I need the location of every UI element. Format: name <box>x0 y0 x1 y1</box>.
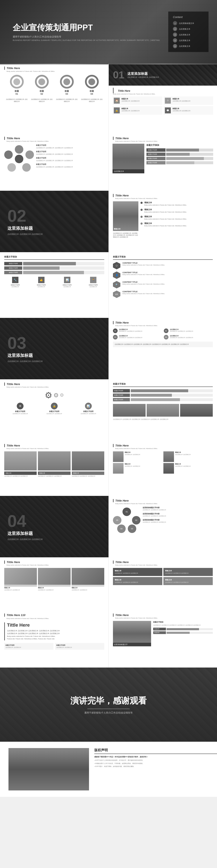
circle-flow: 01 02 03 04 05 <box>113 506 141 534</box>
slide-tittle-110: Tittle Here 110 Body works selected in F… <box>0 610 108 668</box>
circle-1: 标题 01 <box>10 75 24 95</box>
nav-item-1: 1 点此替换标题文本 <box>173 21 204 25</box>
row-7: Tittle Here Body works selected in Futur… <box>0 379 217 441</box>
slide6-image-label: 替换文本 <box>114 228 121 230</box>
slide5-header: Tittle Here <box>113 137 213 140</box>
slide8-header: 标题文字添加 <box>113 255 213 260</box>
slide-5: Tittle Here Body works selected in Futur… <box>108 133 217 191</box>
circle-texts: 点此替换文本 点此替换文本 点此替换文本 点此替换文本 点此替换文本 点此替换文… <box>4 98 104 102</box>
slide1-nav: Content 1 点此替换标题文本 2 点此替换文本 3 点此替换文本 4 点… <box>168 12 209 52</box>
nav-item-3: 3 点此替换文本 <box>173 33 204 37</box>
flower-diagram <box>4 144 34 174</box>
copyright-slide: 版权声明 感谢您下载安图PPT作品！本作品由安图PPT原创设计制作，版权所有！ … <box>0 742 217 797</box>
circle-4: 标题 04 <box>85 75 99 95</box>
slide-14: Tittle Here Body works selected in Futur… <box>108 496 217 557</box>
slide3-header: Tittle Here <box>113 88 213 93</box>
slide-10: Tittle Here Body works selected in Futur… <box>0 379 108 441</box>
circle-2: 标题 02 <box>35 75 49 95</box>
slide-2: Tittle Here Body works selected in Futur… <box>0 64 108 133</box>
tittle-here-110-header: Tittle Here 110 <box>4 614 104 617</box>
final-slide: 演讲完毕，感谢观看 通用于述职报告|个人简介|工作总结|会议报告等 <box>0 668 217 742</box>
copyright-item-1: • 本PPT仅供个人和非商业目的使用，文中的文字、图片版权归原作者所有。 <box>94 759 217 762</box>
city-photo: 这里添加标题文字 <box>113 621 151 646</box>
img-b <box>38 452 70 470</box>
slide-11: 标题文字添加 标题文字说明 标题文字说明 标题文字说明 点此替换文本 点此替换文… <box>108 379 217 441</box>
nav-title: Content <box>173 16 204 19</box>
section-02-num: 02 <box>7 208 101 224</box>
img-thumb-1 <box>113 404 146 416</box>
nav-item-4: 4 点此替换文本 <box>173 38 204 42</box>
slide14-header: Tittle Here <box>113 499 213 502</box>
slide6-image: 替换文本 <box>113 201 138 231</box>
dark-slide-03: 03 这里添加标题 点此替换文本 点此替换文本 点此替换文本 <box>0 318 108 379</box>
img-a <box>4 452 37 470</box>
slide-6: Tittle Here Body works selected in Futur… <box>108 191 217 252</box>
row-3: Tittle Here Body works selected in Futur… <box>0 133 217 191</box>
copyright-item-3: • 本PPT图片，来源于网络，如有版权问题，请联系我们删除。 <box>94 766 217 768</box>
row-tittle-110: Tittle Here 110 Body works selected in F… <box>0 610 217 668</box>
slide-13: Tittle Here Body works selected in Futur… <box>108 441 217 496</box>
slide6-header: Tittle Here <box>113 194 213 197</box>
slide2-body: Body works selected in Futura std. Futur… <box>4 70 104 72</box>
slide-9: Tittle Here Body works selected in Futur… <box>108 318 217 379</box>
section-04-sub: 点此替换文本 点此替换文本 点此替换文本 <box>7 538 101 541</box>
nav-num-1: 1 <box>173 21 177 25</box>
copyright-body: 感谢您下载安图PPT作品！本作品由安图PPT原创设计制作，版权所有！ <box>94 756 217 758</box>
slide-110-right-header: Tittle Here <box>113 614 213 617</box>
row-6: 03 这里添加标题 点此替换文本 点此替换文本 点此替换文本 Tittle He… <box>0 318 217 379</box>
slide3-title: 这里添加标题 <box>127 72 159 76</box>
slide-15: Tittle Here Body works selected in Futur… <box>0 557 108 610</box>
slide-1-hero: 企业宣传策划通用PPT 通用于述职报告|个人简介|工作总结|会议报告等 BUSI… <box>0 0 217 64</box>
img-thumb-2 <box>147 404 179 416</box>
row-4: 02 这里添加标题 点此替换文本 点此替换文本 点此替换文本 Tittle He… <box>0 191 217 252</box>
slide10-header: Tittle Here <box>4 382 104 386</box>
nav-text-1: 点此替换标题文本 <box>179 22 194 25</box>
copyright-item-2: • 本模板仅限个人学习与欣赏，不得转载。如需商业用途，请联系作者授权。 <box>94 763 217 765</box>
slide-16: Tittle Here Body works selected in Futur… <box>108 557 217 610</box>
slide9-header: Tittle Here <box>113 321 213 324</box>
slide11-header: 标题文字添加 <box>113 382 213 387</box>
slide-4: Tittle Here Body works selected in Futur… <box>0 133 108 191</box>
section-03-num: 03 <box>7 335 101 351</box>
gear-diagram: ⚙ ⚙ ⚙ <box>4 390 104 400</box>
row-5: 标题文字添加 标题文字说明 标题文字说明 标题文字说明 🔧 标题文字说明 点此替… <box>0 252 217 318</box>
slide5-header2: 标题文字添加 <box>147 144 213 147</box>
nav-item-5: 5 点此替换文本 <box>173 44 204 48</box>
dark-slide-04: 04 这里添加标题 点此替换文本 点此替换文本 点此替换文本 <box>0 496 108 557</box>
img-c <box>72 452 104 470</box>
slide-tittle-110-right: Tittle Here Body works selected in Futur… <box>108 610 217 668</box>
slide2-header: Tittle Here <box>4 66 104 70</box>
final-sub: 通用于述职报告|个人简介|工作总结|会议报告等 <box>70 711 147 714</box>
section-03-title: 这里添加标题 <box>7 352 101 358</box>
slide6-img-desc: 点此替换文本 点此替换文本 点此替换文本 点此替换文本 点此替换文本 点此替换文… <box>113 232 138 238</box>
circles-row: 标题 01 标题 02 标题 03 标题 <box>4 75 104 95</box>
img-thumb-3 <box>180 404 213 416</box>
slide5-city-label: 点此替换文本 <box>114 170 143 173</box>
slide3-icons: 🏠 标题文本 点此替换文本 点此替换文本 ? 标题文本 点此替换文本 点此替换文… <box>109 96 217 115</box>
slide-3: 01 这里添加标题 点此替换文本 点此替换文本 点此替换文本 Tittle He… <box>108 64 217 133</box>
slide13-header: Tittle Here <box>113 444 213 447</box>
circle-3: 标题 03 <box>60 75 74 95</box>
section-02-sub: 点此替换文本 点此替换文本 点此替换文本 <box>7 233 101 236</box>
slide-8: 标题文字添加 ⬡ CONTENT TITLE Body works select… <box>108 252 217 318</box>
final-title: 演讲完毕，感谢观看 <box>70 695 147 707</box>
slide15-header: Tittle Here <box>4 560 104 564</box>
slide-12: Tittle Here Body works selected in Futur… <box>0 441 108 496</box>
dark-slide-02: 02 这里添加标题 点此替换文本 点此替换文本 点此替换文本 <box>0 191 108 252</box>
copyright-title: 版权声明 <box>94 748 217 754</box>
slide4-header: Tittle Here <box>4 137 104 140</box>
row-10: Tittle Here Body works selected in Futur… <box>0 557 217 610</box>
section-04-title: 这里添加标题 <box>7 531 101 536</box>
row-2: Tittle Here Body works selected in Futur… <box>0 64 217 133</box>
city-image: 点此替换文本 <box>113 144 144 173</box>
slide12-header: Tittle Here <box>4 444 104 447</box>
slide16-header: Tittle Here <box>113 560 213 564</box>
copyright-city-image <box>8 748 89 790</box>
slide-7: 标题文字添加 标题文字说明 标题文字说明 标题文字说明 🔧 标题文字说明 点此替… <box>0 252 108 318</box>
section-02-title: 这里添加标题 <box>7 225 101 231</box>
row-9: 04 这里添加标题 点此替换文本 点此替换文本 点此替换文本 Tittle He… <box>0 496 217 557</box>
section-04-num: 04 <box>7 513 101 530</box>
slide7-header: 标题文字添加 <box>4 255 104 260</box>
section-03-sub: 点此替换文本 点此替换文本 点此替换文本 <box>7 360 101 363</box>
nav-item-2: 2 点此替换文本 <box>173 27 204 31</box>
